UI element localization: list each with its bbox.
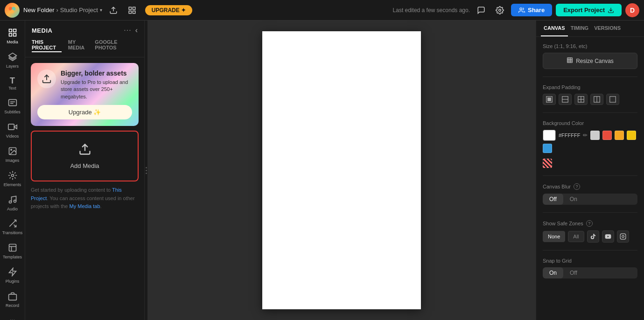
share-button[interactable]: Share bbox=[511, 4, 552, 16]
nav-more-button[interactable]: ··· More bbox=[1, 312, 24, 320]
media-more-icon[interactable]: ··· bbox=[124, 26, 131, 35]
padding-options bbox=[543, 94, 637, 105]
padding-opt-5[interactable] bbox=[606, 94, 619, 105]
safe-zone-instagram[interactable] bbox=[617, 230, 629, 243]
snap-on-button[interactable]: On bbox=[543, 267, 563, 278]
svg-rect-13 bbox=[9, 34, 12, 36]
nav-item-templates[interactable]: Templates bbox=[1, 239, 24, 264]
nav-item-subtitles[interactable]: Subtitles bbox=[1, 94, 24, 118]
settings-button[interactable] bbox=[492, 3, 507, 18]
color-swatch-red[interactable] bbox=[602, 131, 612, 140]
upgrade-button[interactable]: UPGRADE ✦ bbox=[145, 5, 192, 15]
grid-button[interactable] bbox=[125, 3, 140, 18]
nav-item-videos[interactable]: Videos bbox=[1, 118, 24, 143]
canvas-area[interactable] bbox=[147, 21, 536, 320]
right-panel: CANVAS TIMING VERSIONS Size (1:1, 9:16, … bbox=[536, 21, 644, 320]
add-media-upload-icon bbox=[78, 143, 91, 159]
svg-rect-11 bbox=[9, 29, 12, 32]
media-collapse-button[interactable]: ‹ bbox=[135, 26, 138, 35]
tab-google-photos[interactable]: GOOGLE PHOTOS bbox=[95, 38, 131, 52]
svg-rect-5 bbox=[133, 7, 135, 9]
snap-to-grid-label: Snap to Grid bbox=[543, 258, 637, 264]
media-panel-content: Bigger, bolder assets Upgrade to Pro to … bbox=[25, 57, 144, 320]
size-label: Size (1:1, 9:16, etc) bbox=[543, 43, 637, 49]
export-button[interactable]: Export Project bbox=[556, 4, 622, 16]
user-avatar[interactable]: D bbox=[625, 3, 639, 17]
more-dots-icon: ··· bbox=[10, 316, 15, 320]
app-logo[interactable] bbox=[5, 3, 20, 18]
padding-opt-1[interactable] bbox=[543, 94, 556, 105]
nav-item-record[interactable]: Record bbox=[1, 288, 24, 312]
project-name[interactable]: Studio Project ▾ bbox=[60, 7, 102, 14]
help-text-3: . bbox=[100, 203, 102, 209]
upgrade-card: Bigger, bolder assets Upgrade to Pro to … bbox=[31, 63, 139, 126]
divider-3 bbox=[543, 175, 637, 176]
safe-zone-youtube[interactable] bbox=[602, 230, 614, 243]
color-swatch-yellow[interactable] bbox=[627, 131, 636, 140]
safe-zones-section: Show Safe Zones ? None All bbox=[543, 220, 637, 243]
svg-rect-16 bbox=[8, 100, 16, 106]
safe-zone-tiktok[interactable] bbox=[587, 230, 599, 243]
tab-my-media[interactable]: MY MEDIA bbox=[68, 38, 89, 52]
svg-rect-7 bbox=[133, 11, 135, 13]
color-swatch-blue[interactable] bbox=[543, 144, 552, 153]
nav-label-media: Media bbox=[7, 40, 18, 45]
color-swatch-orange[interactable] bbox=[615, 131, 624, 140]
svg-point-8 bbox=[499, 9, 501, 11]
resize-canvas-button[interactable]: Resize Canvas bbox=[543, 53, 637, 69]
divider-1 bbox=[543, 77, 637, 77]
canvas-blur-label-row: Canvas Blur ? bbox=[543, 183, 637, 190]
nav-label-elements: Elements bbox=[4, 182, 21, 188]
nav-label-layers: Layers bbox=[6, 64, 19, 69]
color-hex-value: #FFFFFF bbox=[559, 132, 580, 138]
color-edit-icon[interactable]: ✏ bbox=[583, 132, 588, 139]
nav-item-elements[interactable]: Elements bbox=[1, 167, 24, 191]
tab-canvas[interactable]: CANVAS bbox=[541, 21, 568, 36]
comment-button[interactable] bbox=[474, 3, 489, 18]
background-color-section: Background Color #FFFFFF ✏ bbox=[543, 120, 637, 168]
safe-zones-help-icon[interactable]: ? bbox=[586, 220, 593, 227]
svg-point-2 bbox=[10, 9, 14, 13]
svg-point-22 bbox=[10, 149, 11, 151]
nav-item-plugins[interactable]: Plugins bbox=[1, 264, 24, 288]
color-swatch-gradient[interactable] bbox=[543, 159, 552, 168]
snap-to-grid-toggle: On Off bbox=[543, 267, 637, 278]
blur-on-button[interactable]: On bbox=[563, 194, 584, 205]
nav-item-audio[interactable]: Audio bbox=[1, 191, 24, 216]
svg-rect-28 bbox=[9, 244, 16, 251]
svg-marker-19 bbox=[14, 125, 17, 129]
snap-off-button[interactable]: Off bbox=[563, 267, 584, 278]
blur-off-button[interactable]: Off bbox=[543, 194, 563, 205]
help-link-my-media[interactable]: My Media tab bbox=[70, 203, 100, 209]
padding-opt-4[interactable] bbox=[590, 94, 603, 105]
svg-rect-4 bbox=[129, 7, 131, 9]
media-icon bbox=[8, 28, 17, 39]
svg-point-24 bbox=[9, 201, 11, 203]
plugins-icon bbox=[8, 267, 17, 278]
nav-item-media[interactable]: Media bbox=[1, 24, 24, 49]
tab-timing[interactable]: TIMING bbox=[568, 21, 592, 36]
color-swatch-gray[interactable] bbox=[590, 131, 600, 140]
upload-button[interactable] bbox=[106, 3, 121, 18]
nav-item-text[interactable]: T Text bbox=[1, 73, 24, 95]
safe-zone-none[interactable]: None bbox=[543, 231, 565, 242]
safe-zone-all[interactable]: All bbox=[568, 231, 584, 242]
padding-opt-2[interactable] bbox=[559, 94, 572, 105]
nav-label-transitions: Transitions bbox=[2, 230, 23, 236]
folder-name[interactable]: New Folder bbox=[23, 7, 54, 14]
nav-item-images[interactable]: Images bbox=[1, 143, 24, 167]
padding-opt-3[interactable] bbox=[574, 94, 588, 105]
canvas-blur-help-icon[interactable]: ? bbox=[574, 183, 580, 190]
nav-item-transitions[interactable]: Transitions bbox=[1, 215, 24, 239]
media-panel-title: MEDIA bbox=[32, 27, 52, 34]
tab-this-project[interactable]: THIS PROJECT bbox=[32, 38, 62, 52]
help-text-1: Get started by uploading content to bbox=[31, 187, 112, 193]
upgrade-card-button[interactable]: Upgrade ✨ bbox=[37, 105, 132, 119]
tab-versions[interactable]: VERSIONS bbox=[591, 21, 623, 36]
add-media-box[interactable]: Add Media bbox=[31, 131, 139, 181]
color-swatch-main[interactable] bbox=[543, 130, 556, 141]
resize-dots bbox=[146, 167, 147, 174]
nav-item-layers[interactable]: Layers bbox=[1, 49, 24, 73]
add-media-label: Add Media bbox=[70, 162, 99, 169]
project-chevron-icon: ▾ bbox=[100, 7, 102, 13]
